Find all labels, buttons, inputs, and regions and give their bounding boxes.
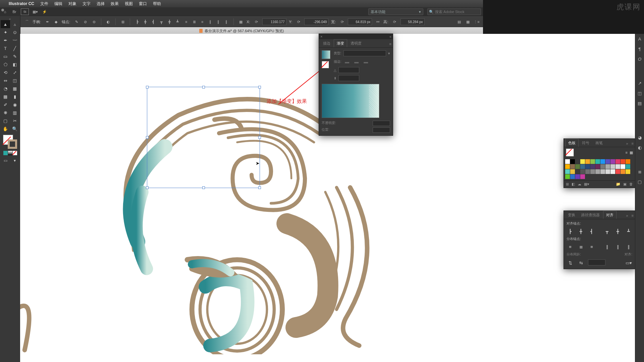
blend-tool[interactable]: ◉ [10,101,19,109]
align-to-key-icon[interactable]: ▦ [465,19,471,25]
bridge-icon[interactable]: Br [11,9,17,15]
direct-selection-tool[interactable]: ▵ [10,20,19,28]
gradient-stroke-thumb[interactable] [322,61,329,68]
dist-vcenter-icon[interactable]: ∥ [215,19,221,25]
paintbrush-tool[interactable]: ✎ [10,52,19,60]
line-tool[interactable]: ╱ [10,44,19,52]
constrain-icon[interactable]: ⚯ [375,19,381,25]
shape-builder-tool[interactable]: ◔ [1,84,10,93]
more-options-icon[interactable]: ⋮≡ [474,19,480,25]
mesh-tool[interactable]: ▩ [1,93,10,101]
hand-tool[interactable]: ✋ [1,125,10,133]
gradient-angle-field[interactable] [338,67,359,73]
align-pixel-icon[interactable]: ⊞ [120,19,126,25]
dist-bottom-icon[interactable]: ∥ [223,19,229,25]
menu-edit[interactable]: 编辑 [54,1,62,7]
stroke-grad-1-icon[interactable]: ▬ [343,58,351,65]
tab-transparency[interactable]: 透明度 [348,40,364,47]
align-top-icon[interactable]: ┳ [158,19,164,25]
menu-effect[interactable]: 效果 [111,1,119,7]
stroke-grad-3-icon[interactable]: ▬ [362,58,370,65]
align-bottom-icon[interactable]: ┻ [174,19,180,25]
width-tool[interactable]: ⇔ [1,76,10,84]
dist-right-icon[interactable]: ≡ [199,19,205,25]
menu-object[interactable]: 对象 [68,1,76,7]
h-field[interactable]: 58.284 px [400,18,425,25]
gradient-ramp[interactable] [322,84,379,118]
cut-path-icon[interactable]: ⊖ [91,19,97,25]
stroke-grad-2-icon[interactable]: ▬ [353,58,360,65]
perspective-tool[interactable]: ▦ [10,84,19,93]
screen-mode-normal[interactable]: ▭ [1,157,10,164]
x-field[interactable]: 1160.177 [262,18,286,25]
isolate-icon[interactable]: ◐ [105,19,111,25]
recent-color-2[interactable] [8,151,12,155]
dist-hcenter-icon[interactable]: ≣ [191,19,197,25]
align-left-icon[interactable]: ┣ [134,19,140,25]
curvature-tool[interactable]: 〰 [10,36,19,44]
reference-point-icon[interactable]: ▦ [238,19,244,25]
app-name[interactable]: Illustrator CC [9,1,34,6]
align-to-icon[interactable]: ▤ [456,19,462,25]
handle-cut-icon[interactable]: ◆ [53,19,59,25]
y-field[interactable]: -296.049 [304,18,328,25]
stop-opacity-field[interactable] [373,121,390,126]
artboard-tool[interactable]: ▢ [1,117,10,125]
gradient-fill-thumb[interactable] [322,50,330,59]
convert-anchor-smooth-icon[interactable]: ⌒ [24,19,30,25]
stock-icon[interactable]: St [21,8,29,15]
pen-tool[interactable]: ✒ [1,36,10,44]
connect-anchor-icon[interactable]: ⊘ [82,19,88,25]
slice-tool[interactable]: ✂ [10,117,19,125]
dist-top-icon[interactable]: ∥ [207,19,213,25]
window-close-icon[interactable] [1,9,4,11]
column-graph-tool[interactable]: ▥ [10,109,19,117]
type-tool[interactable]: T [1,44,10,52]
w-link-icon[interactable]: ⟳ [339,19,345,25]
free-transform-tool[interactable]: ◫ [10,76,19,84]
x-link-icon[interactable]: ⟳ [254,19,260,25]
align-hcenter-icon[interactable]: ╋ [142,19,148,25]
handle-icon[interactable]: ✒ [44,19,50,25]
stroke-swatch[interactable] [8,139,17,149]
selection-tool[interactable]: ▲ [1,20,10,28]
menu-select[interactable]: 选择 [97,1,105,7]
h-link-icon[interactable]: ⟳ [392,19,398,25]
gpu-icon[interactable]: ⚡ [42,9,48,15]
tab-stroke[interactable]: 描边 [320,40,333,47]
gradient-aspect-field[interactable] [338,75,359,81]
symbol-sprayer-tool[interactable]: ❋ [1,109,10,117]
fill-stroke-control[interactable] [3,135,17,149]
recent-color-3[interactable] [13,151,17,155]
lasso-tool[interactable]: ⊙ [10,28,19,36]
screen-mode-menu[interactable]: ▾ [10,157,19,164]
search-adobe-stock[interactable]: 🔍 搜索 Adobe Stock [427,8,481,15]
arrange-docs-icon[interactable]: ▦▾ [32,9,38,15]
scale-tool[interactable]: ⤢ [10,68,19,76]
eraser-tool[interactable]: ◧ [10,60,19,68]
menu-view[interactable]: 视图 [125,1,133,7]
panel-collapse-icon[interactable]: « [389,35,391,39]
zoom-tool[interactable]: 🔍 [10,125,19,133]
selection-bounding-box[interactable] [147,87,260,188]
eyedropper-tool[interactable]: ✐ [1,101,10,109]
align-right-icon[interactable]: ┫ [150,19,156,25]
y-link-icon[interactable]: ⟳ [296,19,302,25]
panel-close-icon[interactable]: × [320,35,322,39]
tab-gradient[interactable]: 渐变 [334,39,347,47]
canvas[interactable]: 添加【渐变】效果 ➤ [20,34,483,272]
remove-anchor-icon[interactable]: ✎ [73,19,79,25]
dist-left-icon[interactable]: ≡ [183,19,189,25]
magic-wand-tool[interactable]: ✦ [1,28,10,36]
rotate-tool[interactable]: ⟲ [1,68,10,76]
gradient-tool[interactable]: ▮ [10,93,19,101]
panel-menu-icon[interactable]: ≡ [388,41,393,47]
gradient-type-dropdown[interactable] [343,50,386,56]
shaper-tool[interactable]: ⬠ [1,60,10,68]
menu-type[interactable]: 文字 [83,1,91,7]
menu-file[interactable]: 文件 [40,1,48,7]
recent-color-1[interactable] [3,151,8,155]
menu-help[interactable]: 帮助 [153,1,161,7]
document-title[interactable]: 春分演示文件.ai* @ 567.64% (CMYK/GPU 预览) [205,28,284,34]
stop-location-field[interactable] [373,127,390,133]
